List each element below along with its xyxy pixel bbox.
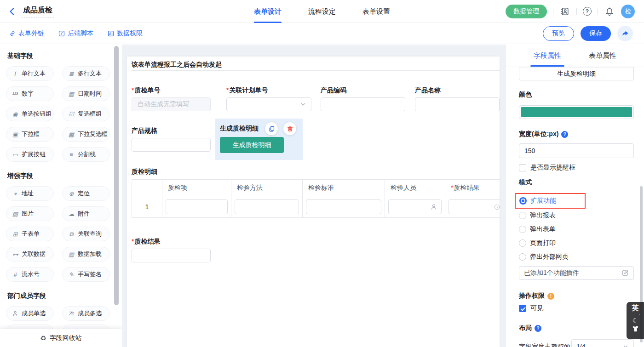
sidebar-item-signature[interactable]: ✎手写签名 bbox=[62, 267, 110, 282]
share-button[interactable] bbox=[617, 26, 633, 41]
sidebar-item-divider[interactable]: ≡分割线 bbox=[62, 147, 110, 162]
radio-button[interactable] bbox=[519, 197, 527, 205]
topbar-tab-2[interactable]: 流程设定 bbox=[308, 0, 336, 23]
product-code-input[interactable] bbox=[321, 97, 405, 111]
subform-cell-input[interactable] bbox=[166, 199, 228, 214]
product-spec-input[interactable] bbox=[132, 138, 211, 152]
data-manage-button[interactable]: 数据管理 bbox=[506, 5, 547, 18]
field-plan-no[interactable]: 关联计划单号 bbox=[226, 86, 311, 111]
field-qc-result[interactable]: 质检结果 bbox=[132, 238, 211, 262]
row-width-select[interactable]: 1/4 bbox=[571, 339, 634, 347]
field-product-name[interactable]: 产品名称 bbox=[415, 86, 500, 111]
sidebar-item-subform[interactable]: ⊞子表单 bbox=[6, 227, 54, 241]
subform-cell-input[interactable] bbox=[388, 199, 442, 214]
sidebar-item-checkbox-group[interactable]: ☑复选框组 bbox=[62, 107, 110, 121]
sidebar-item-dropdown-multi[interactable]: ▩下拉复选框 bbox=[62, 127, 110, 142]
sidebar-item-multi-line-text[interactable]: ≣多行文本 bbox=[62, 66, 110, 81]
subform-cell-input[interactable] bbox=[306, 199, 381, 214]
moon-icon[interactable]: ☾ bbox=[632, 316, 638, 324]
sidebar-item-member-single[interactable]: 成员单选 bbox=[6, 306, 54, 321]
radio-button[interactable] bbox=[519, 253, 526, 261]
mode-option-4[interactable]: 页面打印 bbox=[519, 236, 634, 250]
topbar-tab-1[interactable]: 表单设计 bbox=[254, 0, 282, 23]
panel-tab-1[interactable]: 字段属性 bbox=[520, 45, 575, 67]
product-name-input[interactable] bbox=[415, 97, 500, 111]
topbar-left: 成品质检 bbox=[0, 6, 54, 17]
width-help-icon[interactable]: ? bbox=[561, 131, 568, 138]
plan-no-select[interactable] bbox=[226, 97, 311, 111]
ime-language-indicator[interactable]: 英 bbox=[632, 304, 639, 312]
toolbar-link-3[interactable]: 数据权限 bbox=[107, 29, 143, 38]
visible-checkbox[interactable] bbox=[519, 305, 526, 312]
mode-option-3[interactable]: 弹出表单 bbox=[519, 222, 634, 236]
contact-book-button[interactable] bbox=[559, 6, 570, 17]
toolbar-link-2[interactable]: 后端脚本 bbox=[58, 29, 93, 38]
subform-cell-input[interactable] bbox=[448, 199, 500, 214]
reminder-checkbox[interactable] bbox=[519, 164, 526, 171]
sidebar-item-location[interactable]: ⊕定位 bbox=[62, 186, 110, 201]
avatar[interactable]: 检 bbox=[621, 5, 635, 18]
mode-option-label: 弹出外部网页 bbox=[530, 253, 569, 261]
sidebar-item-linked-data[interactable]: ⊶关联数据 bbox=[6, 247, 54, 262]
sidebar-item-linked-query[interactable]: ⧉关联查询 bbox=[62, 227, 110, 241]
linked-query-icon: ⧉ bbox=[68, 231, 75, 237]
edit-icon[interactable] bbox=[621, 269, 629, 277]
delete-field-button[interactable] bbox=[283, 122, 296, 135]
sidebar-item-serial-number[interactable]: #流水号 bbox=[6, 267, 54, 282]
notification-button[interactable] bbox=[604, 6, 615, 17]
sidebar-item-image[interactable]: ▧图片 bbox=[6, 206, 54, 221]
panel-tab-2[interactable]: 表单属性 bbox=[575, 45, 630, 67]
radio-button[interactable] bbox=[519, 212, 526, 219]
sidebar-item-address[interactable]: ⌖地址 bbox=[6, 186, 54, 201]
row-width-label: 字段宽度占整行的 bbox=[519, 339, 570, 347]
qc-no-input[interactable]: 自动生成无需填写 bbox=[132, 97, 211, 111]
mode-option-5[interactable]: 弹出外部网页 bbox=[519, 250, 634, 264]
visible-checkbox-row[interactable]: 可见 bbox=[519, 305, 634, 312]
sidebar-item-dropdown[interactable]: ▣下拉框 bbox=[6, 127, 54, 142]
field-product-code[interactable]: 产品编码 bbox=[321, 86, 405, 111]
sidebar-item-member-multi[interactable]: 成员多选 bbox=[62, 306, 110, 321]
field-name-box[interactable]: 生成质检明细 bbox=[519, 67, 634, 80]
subform-cell-input[interactable] bbox=[235, 199, 299, 214]
signature-icon: ✎ bbox=[68, 272, 75, 278]
sidebar-scrollbar[interactable] bbox=[114, 46, 119, 305]
width-input[interactable] bbox=[519, 143, 634, 158]
mode-option-1[interactable]: 扩展功能 bbox=[519, 194, 556, 208]
sidebar-item-radio-group[interactable]: ◉单选按钮组 bbox=[6, 107, 54, 121]
panel-tabs: 字段属性表单属性 bbox=[506, 45, 644, 67]
sidebar-item-number[interactable]: 123数字 bbox=[6, 86, 54, 101]
qc-result-input[interactable] bbox=[132, 249, 211, 262]
divider-field[interactable] bbox=[132, 70, 500, 71]
shirt-skin-icon[interactable] bbox=[632, 325, 639, 332]
back-button[interactable] bbox=[7, 6, 17, 17]
field-qc-no[interactable]: 质检单号 自动生成无需填写 bbox=[132, 86, 211, 111]
color-picker[interactable] bbox=[519, 105, 634, 119]
reminder-checkbox-row[interactable]: 是否显示提醒框 bbox=[519, 164, 634, 171]
plugin-box[interactable]: 已添加1个功能插件 bbox=[519, 266, 634, 280]
sidebar-item-attachment[interactable]: ☁附件 bbox=[62, 206, 110, 221]
selected-field-generate-detail[interactable]: 生成质检明细 生成质检明细 bbox=[215, 119, 303, 160]
radio-button[interactable] bbox=[519, 226, 526, 233]
field-recycle-bin[interactable]: ♻ 字段回收站 bbox=[0, 329, 122, 347]
preview-button[interactable]: 预览 bbox=[543, 26, 574, 41]
save-button[interactable]: 保存 bbox=[581, 26, 611, 41]
toolbar-link-1[interactable]: 表单外链 bbox=[9, 29, 44, 38]
sidebar-item-label: 下拉复选框 bbox=[78, 130, 108, 138]
topbar-tab-3[interactable]: 表单设置 bbox=[362, 0, 390, 23]
sidebar-item-data-load[interactable]: ▥数据加载 bbox=[62, 247, 110, 262]
mode-option-2[interactable]: 弹出报表 bbox=[519, 209, 634, 222]
reminder-label: 是否显示提醒框 bbox=[530, 164, 575, 172]
layout-help-icon[interactable]: ? bbox=[535, 325, 541, 332]
sidebar-item-extend-button[interactable]: ▭扩展按钮 bbox=[6, 147, 54, 162]
ime-widget[interactable]: 英 , ☾ bbox=[627, 302, 644, 339]
palette-section-3: 部门成员字段成员单选成员多选 bbox=[6, 292, 116, 321]
sidebar-item-datetime[interactable]: ▦日期时间 bbox=[62, 86, 110, 101]
field-product-spec[interactable]: 产品规格 bbox=[132, 127, 211, 152]
generate-detail-button[interactable]: 生成质检明细 bbox=[220, 137, 284, 153]
chevron-down-icon bbox=[300, 101, 306, 108]
help-icon[interactable]: ? bbox=[583, 7, 592, 16]
radio-button[interactable] bbox=[519, 239, 526, 247]
copy-field-button[interactable] bbox=[265, 122, 278, 135]
sidebar-item-single-line-text[interactable]: T单行文本 bbox=[6, 66, 54, 81]
page-title[interactable]: 成品质检 bbox=[22, 6, 54, 17]
